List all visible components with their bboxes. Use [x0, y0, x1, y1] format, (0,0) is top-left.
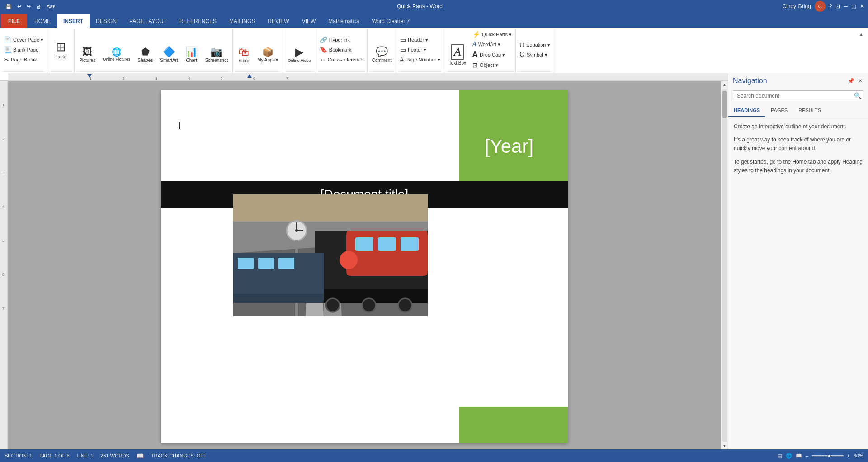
tab-home[interactable]: HOME — [28, 14, 57, 28]
help-icon[interactable]: ? — [829, 3, 832, 9]
screenshot-icon: 📷 — [210, 47, 222, 57]
chart-button[interactable]: 📊 Chart — [183, 40, 201, 70]
blank-page-icon: 📃 — [4, 47, 11, 53]
scroll-thumb[interactable] — [722, 91, 727, 118]
navigation-search[interactable]: 🔍 — [733, 90, 863, 101]
document-scrollbar[interactable]: ▲ ▼ — [721, 81, 728, 449]
svg-text:1: 1 — [2, 103, 5, 107]
symbol-button[interactable]: Ω Symbol ▾ — [518, 50, 549, 59]
screenshot-button[interactable]: 📷 Screenshot — [203, 40, 231, 70]
navigation-controls: 📌 ✕ — [847, 77, 863, 85]
search-input[interactable] — [733, 90, 863, 101]
drop-cap-button[interactable]: Ꭺ Drop Cap ▾ — [471, 50, 514, 60]
online-pictures-button[interactable]: 🌐 Online Pictures — [100, 40, 133, 70]
svg-point-34 — [398, 298, 412, 312]
tab-design[interactable]: DESIGN — [90, 14, 123, 28]
ribbon-group-media: ▶ Online Video Media — [283, 29, 316, 79]
page-break-button[interactable]: ✂ Page Break — [2, 55, 38, 64]
comment-button[interactable]: 💬 Comment — [369, 40, 394, 70]
zoom-in-icon[interactable]: + — [847, 453, 850, 458]
bookmark-icon: 🔖 — [320, 47, 327, 53]
wordart-button[interactable]: A WordArt ▾ — [471, 40, 514, 49]
page-number-button[interactable]: # Page Number ▾ — [398, 55, 442, 64]
table-button[interactable]: ⊞ Table — [52, 35, 70, 65]
my-apps-button[interactable]: 📦 My Apps ▾ — [255, 40, 281, 70]
equation-button[interactable]: π Equation ▾ — [518, 40, 552, 49]
tab-mathematics[interactable]: Mathematics — [322, 14, 365, 28]
text-box-icon: A — [451, 44, 464, 60]
tab-page-layout[interactable]: PAGE LAYOUT — [123, 14, 173, 28]
footer-button[interactable]: ▭ Footer ▾ — [398, 45, 428, 54]
maximize-icon[interactable]: ▢ — [851, 3, 856, 9]
store-button[interactable]: 🛍 Store — [235, 40, 253, 70]
scroll-track[interactable] — [722, 89, 727, 442]
zoom-level[interactable]: 60% — [854, 453, 863, 458]
tab-insert[interactable]: INSERT — [57, 14, 90, 28]
nav-pin-icon[interactable]: 📌 — [847, 77, 855, 85]
hyperlink-button[interactable]: 🔗 Hyperlink — [318, 35, 352, 44]
year-placeholder[interactable]: [Year] — [459, 136, 559, 157]
spelling-icon[interactable]: Aa▾ — [45, 3, 57, 10]
bookmark-button[interactable]: 🔖 Bookmark — [318, 45, 354, 54]
svg-rect-44 — [233, 294, 324, 303]
print-icon[interactable]: 🖨 — [34, 3, 43, 10]
avatar[interactable]: C — [815, 1, 826, 12]
status-right: ▤ 🌐 📖 – ━━━━━●━━━━ + 60% — [778, 453, 863, 459]
header-button[interactable]: ▭ Header ▾ — [398, 35, 430, 44]
tab-references[interactable]: REFERENCES — [173, 14, 223, 28]
text-box-button[interactable]: A Text Box — [446, 40, 469, 70]
redo-icon[interactable]: ↪ — [25, 3, 33, 10]
user-name[interactable]: Cindy Grigg — [782, 3, 811, 9]
view-read-icon[interactable]: 📖 — [796, 453, 802, 459]
tab-review[interactable]: REVIEW — [261, 14, 295, 28]
cover-page-button[interactable]: 📄 Cover Page ▾ — [2, 35, 45, 44]
undo-icon[interactable]: ↩ — [15, 3, 23, 10]
ribbon-group-text: A Text Box ⚡ Quick Parts ▾ A WordArt ▾ Ꭺ… — [444, 29, 516, 79]
ribbon-group-links: 🔗 Hyperlink 🔖 Bookmark ↔ Cross-reference… — [316, 29, 368, 79]
wordart-icon: A — [472, 41, 476, 47]
tab-word-cleaner[interactable]: Word Cleaner 7 — [365, 14, 416, 28]
nav-tab-headings[interactable]: HEADINGS — [728, 105, 765, 117]
table-icon: ⊞ — [56, 41, 66, 53]
navigation-tabs: HEADINGS PAGES RESULTS — [728, 105, 868, 117]
zoom-out-icon[interactable]: – — [806, 453, 808, 458]
view-web-icon[interactable]: 🌐 — [786, 453, 792, 459]
save-icon[interactable]: 💾 — [4, 3, 14, 10]
nav-close-icon[interactable]: ✕ — [857, 77, 863, 85]
green-accent-bottom — [459, 407, 568, 443]
smartart-button[interactable]: 🔷 SmartArt — [157, 40, 180, 70]
spelling-check-icon[interactable]: 📖 — [137, 453, 144, 459]
pictures-button[interactable]: 🖼 Pictures — [76, 40, 98, 70]
tab-file[interactable]: FILE — [1, 14, 27, 28]
ribbon-collapse-button[interactable]: ▲ — [854, 29, 868, 79]
ribbon-content: 📄 Cover Page ▾ 📃 Blank Page ✂ Page Break… — [0, 28, 868, 80]
online-video-button[interactable]: ▶ Online Video — [285, 40, 313, 70]
tab-view[interactable]: VIEW — [296, 14, 322, 28]
search-icon[interactable]: 🔍 — [854, 92, 862, 99]
cross-reference-icon: ↔ — [320, 57, 326, 63]
ribbon-group-header-footer: ▭ Header ▾ ▭ Footer ▾ # Page Number ▾ He… — [396, 29, 444, 79]
status-track-changes[interactable]: TRACK CHANGES: OFF — [151, 453, 207, 458]
document-scroll-area[interactable]: [Year] [Document title] — [8, 81, 721, 449]
quick-parts-button[interactable]: ⚡ Quick Parts ▾ — [471, 30, 514, 39]
minimize-icon[interactable]: ─ — [844, 3, 848, 9]
nav-tab-results[interactable]: RESULTS — [793, 105, 826, 117]
nav-tab-pages[interactable]: PAGES — [765, 105, 793, 117]
shapes-button[interactable]: ⬟ Shapes — [135, 40, 156, 70]
quick-access-toolbar: 💾 ↩ ↪ 🖨 Aa▾ — [4, 3, 57, 10]
scroll-up-button[interactable]: ▲ — [722, 81, 728, 88]
close-icon[interactable]: ✕ — [860, 3, 864, 9]
svg-text:4: 4 — [2, 205, 5, 209]
scroll-down-button[interactable]: ▼ — [722, 443, 728, 449]
object-button[interactable]: ⊡ Object ▾ — [471, 61, 514, 70]
vertical-ruler: 1 2 3 4 5 6 7 — [0, 81, 8, 449]
svg-text:2: 2 — [2, 137, 5, 141]
cross-reference-button[interactable]: ↔ Cross-reference — [318, 55, 365, 64]
blank-page-button[interactable]: 📃 Blank Page — [2, 45, 40, 54]
horizontal-ruler: 1 2 3 4 5 6 7 — [8, 73, 728, 81]
tab-mailings[interactable]: MAILINGS — [223, 14, 261, 28]
ribbon: FILE HOME INSERT DESIGN PAGE LAYOUT REFE… — [0, 13, 868, 81]
view-normal-icon[interactable]: ▤ — [778, 453, 782, 459]
zoom-slider[interactable]: ━━━━━●━━━━ — [812, 453, 844, 459]
restore-icon[interactable]: ⊡ — [835, 3, 840, 9]
